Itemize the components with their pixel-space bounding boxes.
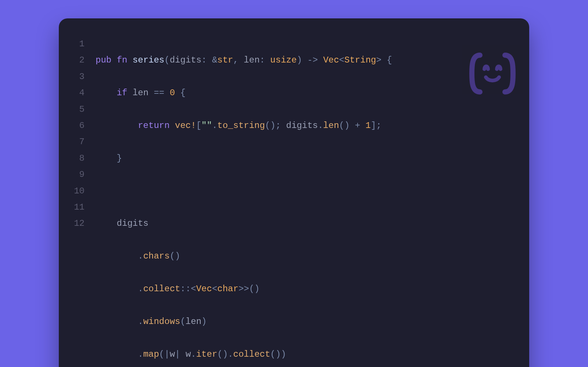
code-line: } — [96, 150, 514, 167]
line-number: 2 — [74, 52, 85, 68]
line-number: 5 — [74, 101, 85, 118]
line-number: 6 — [74, 118, 85, 134]
line-number: 10 — [74, 183, 85, 199]
code-line: .windows(len) — [96, 314, 514, 330]
line-number: 9 — [74, 167, 85, 183]
code-line: if len == 0 { — [96, 85, 514, 101]
line-number: 7 — [74, 134, 85, 150]
line-number: 1 — [74, 36, 85, 52]
code-line: .chars() — [96, 248, 514, 264]
line-number: 3 — [74, 69, 85, 85]
code-line — [96, 183, 514, 199]
exercism-logo-icon — [467, 51, 518, 96]
line-number-gutter: 1 2 3 4 5 6 7 8 9 10 11 12 — [74, 36, 96, 367]
code-card: 1 2 3 4 5 6 7 8 9 10 11 12 pub fn series… — [59, 18, 529, 367]
code-area: 1 2 3 4 5 6 7 8 9 10 11 12 pub fn series… — [59, 18, 529, 367]
code-line: .map(|w| w.iter().collect()) — [96, 346, 514, 363]
code-line: pub fn series(digits: &str, len: usize) … — [96, 52, 514, 68]
line-number: 4 — [74, 85, 85, 101]
code-line: return vec!["".to_string(); digits.len()… — [96, 118, 514, 134]
line-number: 8 — [74, 150, 85, 167]
line-number: 11 — [74, 199, 85, 215]
code-line: .collect::<Vec<char>>() — [96, 281, 514, 297]
line-number: 12 — [74, 215, 85, 232]
code-line: digits — [96, 215, 514, 232]
code-content: pub fn series(digits: &str, len: usize) … — [96, 36, 514, 367]
